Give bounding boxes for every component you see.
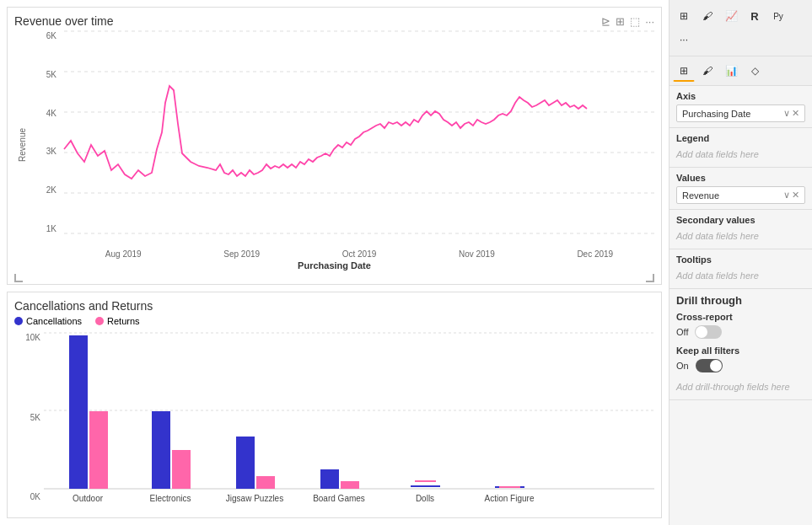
keep-filters-toggle[interactable] bbox=[696, 359, 723, 372]
bar-boardgames-returns[interactable] bbox=[341, 481, 359, 489]
x-axis-labels: Aug 2019 Sep 2019 Oct 2019 Nov 2019 Dec … bbox=[64, 249, 654, 259]
revenue-line bbox=[64, 86, 587, 179]
x-label-dec: Dec 2019 bbox=[577, 249, 613, 259]
x-label-oct: Oct 2019 bbox=[342, 249, 377, 259]
tooltips-label: Tooltips bbox=[676, 254, 805, 265]
legend-cancellations-dot bbox=[14, 317, 23, 325]
secondary-values-label: Secondary values bbox=[676, 215, 805, 225]
tb-paint-icon[interactable]: 🖌 bbox=[696, 60, 718, 82]
values-expand-icon[interactable]: ∨ bbox=[783, 190, 790, 201]
cross-report-container: Cross-report Off bbox=[676, 312, 805, 339]
tb-format-icon[interactable]: 🖌 bbox=[696, 5, 718, 27]
tb-analytics-icon[interactable]: 📈 bbox=[720, 5, 742, 27]
keep-filters-toggle-knob bbox=[710, 360, 722, 372]
y-axis-ticks: 6K 5K 4K 3K 2K 1K bbox=[30, 31, 60, 233]
x-label-aug: Aug 2019 bbox=[105, 249, 142, 259]
tb-py-icon[interactable]: Py bbox=[767, 5, 789, 27]
x-label-sep: Sep 2019 bbox=[223, 249, 260, 259]
bar-jigsaw-cancellations[interactable] bbox=[236, 437, 255, 489]
cross-report-toggle-container: Off bbox=[676, 325, 805, 339]
toolbar-row2: ⊞ 🖌 📊 ◇ bbox=[669, 56, 812, 86]
drill-through-title: Drill through bbox=[676, 294, 805, 307]
bar-label-boardgames: Board Games bbox=[313, 494, 365, 503]
bar-outdoor-returns[interactable] bbox=[89, 411, 108, 489]
legend-section: Legend Add data fields here bbox=[669, 128, 812, 168]
legend-add-field[interactable]: Add data fields here bbox=[676, 147, 805, 162]
y-axis-label: Revenue bbox=[14, 31, 30, 259]
legend-returns-label: Returns bbox=[107, 316, 140, 326]
axis-chip-actions: ∨ ✕ bbox=[783, 108, 799, 119]
legend-cancellations: Cancellations bbox=[14, 316, 82, 326]
secondary-values-add-field[interactable]: Add data fields here bbox=[676, 228, 805, 244]
cross-report-label: Cross-report bbox=[676, 312, 805, 322]
values-label: Values bbox=[676, 173, 805, 183]
revenue-chart-container: Revenue over time ⊵ ⊞ ⬚ ··· Revenue 6K 5… bbox=[7, 7, 662, 285]
cancellations-title: Cancellations and Returns bbox=[14, 299, 654, 313]
bar-label-electronics: Electronics bbox=[150, 494, 191, 503]
chart-legend: Cancellations Returns bbox=[14, 316, 654, 326]
tb-r-icon[interactable]: R bbox=[744, 5, 766, 27]
bar-label-jigsaw: Jigsaw Puzzles bbox=[226, 494, 283, 503]
toolbar-row1: ⊞ 🖌 📈 R Py ··· bbox=[669, 0, 812, 56]
right-panel: ⊞ 🖌 📈 R Py ··· ⊞ 🖌 📊 ◇ Axis Purchasing D… bbox=[669, 0, 812, 525]
legend-cancellations-label: Cancellations bbox=[26, 316, 82, 326]
keep-filters-toggle-container: On bbox=[676, 359, 805, 372]
cross-report-toggle-label: Off bbox=[676, 327, 688, 337]
keep-filters-container: Keep all filters On bbox=[676, 346, 805, 372]
tb-more-icon[interactable]: ··· bbox=[673, 29, 695, 51]
legend-returns-dot bbox=[95, 317, 104, 325]
axis-remove-icon[interactable]: ✕ bbox=[792, 108, 799, 119]
keep-filters-label: Keep all filters bbox=[676, 346, 805, 356]
chart-header: Revenue over time ⊵ ⊞ ⬚ ··· bbox=[14, 14, 654, 28]
cross-report-toggle[interactable] bbox=[695, 325, 722, 339]
secondary-values-section: Secondary values Add data fields here bbox=[669, 210, 812, 249]
revenue-chart-area: Revenue 6K 5K 4K 3K 2K 1K bbox=[14, 31, 654, 259]
legend-returns: Returns bbox=[95, 316, 140, 326]
chart-body: 6K 5K 4K 3K 2K 1K bbox=[30, 31, 654, 259]
bar-outdoor-cancellations[interactable] bbox=[69, 335, 88, 489]
values-field-text: Revenue bbox=[682, 190, 719, 201]
bar-label-actionfigure: Action Figure bbox=[485, 494, 535, 503]
keep-filters-toggle-label: On bbox=[676, 361, 689, 371]
filter-icon[interactable]: ⊵ bbox=[601, 15, 610, 28]
tooltips-section: Tooltips Add data fields here bbox=[669, 249, 812, 289]
legend-panel-label: Legend bbox=[676, 133, 805, 143]
bar-electronics-cancellations[interactable] bbox=[152, 411, 170, 489]
bar-label-outdoor: Outdoor bbox=[73, 494, 104, 503]
x-label-nov: Nov 2019 bbox=[459, 249, 495, 259]
revenue-chart-title: Revenue over time bbox=[14, 14, 114, 28]
revenue-line-svg bbox=[64, 31, 654, 233]
cross-report-toggle-knob bbox=[696, 326, 707, 338]
focus-icon[interactable]: ⊞ bbox=[616, 15, 625, 28]
bar-boardgames-cancellations[interactable] bbox=[320, 469, 339, 489]
bar-chart-svg: Outdoor Electronics Jigsaw Puzzles Board… bbox=[44, 333, 654, 489]
axis-field-text: Purchasing Date bbox=[682, 109, 750, 119]
axis-label: Axis bbox=[676, 91, 805, 101]
resize-handle-bl[interactable] bbox=[14, 274, 23, 282]
values-field-chip[interactable]: Revenue ∨ ✕ bbox=[676, 186, 805, 204]
expand-icon[interactable]: ⬚ bbox=[630, 15, 640, 28]
axis-expand-icon[interactable]: ∨ bbox=[783, 108, 790, 119]
bar-y-ticks: 10K 5K 0K bbox=[14, 333, 44, 501]
values-section: Values Revenue ∨ ✕ bbox=[669, 168, 812, 210]
resize-handle-br[interactable] bbox=[646, 274, 654, 282]
bar-plot-area: Outdoor Electronics Jigsaw Puzzles Board… bbox=[44, 333, 654, 501]
tb-shape-icon[interactable]: ◇ bbox=[744, 60, 766, 82]
bar-chart-area: 10K 5K 0K bbox=[14, 333, 654, 501]
x-axis-title: Purchasing Date bbox=[14, 260, 654, 271]
axis-section: Axis Purchasing Date ∨ ✕ bbox=[669, 86, 812, 128]
cancellations-chart-container: Cancellations and Returns Cancellations … bbox=[7, 292, 662, 518]
axis-field-chip[interactable]: Purchasing Date ∨ ✕ bbox=[676, 104, 805, 122]
drill-through-add-field[interactable]: Add drill-through fields here bbox=[676, 379, 805, 394]
bar-electronics-returns[interactable] bbox=[172, 450, 191, 489]
tb-table-icon[interactable]: ⊞ bbox=[673, 60, 695, 82]
drill-through-section: Drill through Cross-report Off Keep all … bbox=[669, 289, 812, 400]
chart-toolbar: ⊵ ⊞ ⬚ ··· bbox=[601, 15, 654, 28]
bar-jigsaw-returns[interactable] bbox=[256, 476, 275, 489]
values-chip-actions: ∨ ✕ bbox=[783, 190, 799, 201]
tb-fields-icon[interactable]: ⊞ bbox=[673, 5, 695, 27]
more-icon[interactable]: ··· bbox=[645, 15, 654, 28]
values-remove-icon[interactable]: ✕ bbox=[792, 190, 799, 201]
tooltips-add-field[interactable]: Add data fields here bbox=[676, 268, 805, 283]
tb-chart-icon[interactable]: 📊 bbox=[720, 60, 742, 82]
